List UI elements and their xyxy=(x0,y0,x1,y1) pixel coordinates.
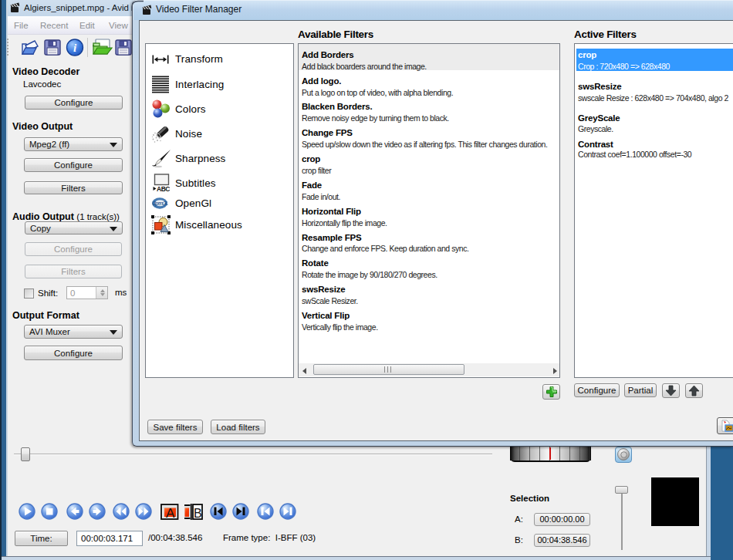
svg-text:A: A xyxy=(166,506,175,521)
svg-text:ABC: ABC xyxy=(157,185,170,193)
svg-text:OpenGL: OpenGL xyxy=(152,201,168,207)
svg-text:B: B xyxy=(194,507,202,520)
